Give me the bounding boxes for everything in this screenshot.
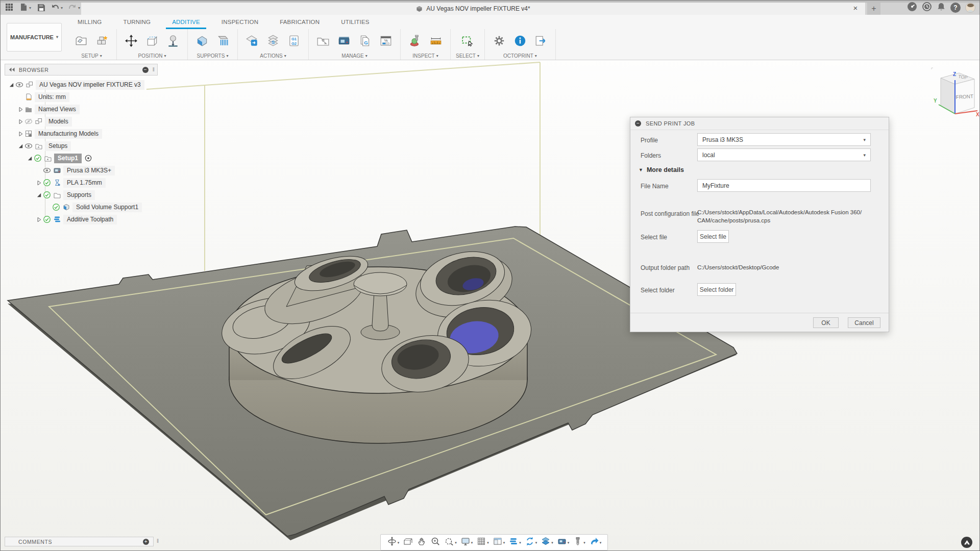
panel-resize-handle[interactable]: ‖ (153, 67, 154, 72)
extensions-button[interactable] (907, 2, 917, 14)
notifications-button[interactable] (937, 2, 946, 14)
tree-item-label[interactable]: Setups (45, 141, 71, 151)
stock-button[interactable]: ▾ (539, 536, 555, 548)
expander-expanded-icon[interactable] (35, 191, 43, 199)
group-label-actions[interactable]: ACTIONS▾ (243, 52, 303, 60)
tree-item-label[interactable]: Prusa i3 MK3S+ (63, 166, 115, 176)
display-settings-button[interactable]: ▾ (459, 536, 475, 548)
browser-row-prusa-i3-mk3s[interactable]: Prusa i3 MK3S+ (5, 164, 158, 177)
tree-item-label[interactable]: Additive Toolpath (63, 215, 117, 224)
browser-row-pla-1-75mm[interactable]: PLA 1.75mm (5, 177, 158, 189)
tree-item-label[interactable]: Manufacturing Models (35, 129, 102, 139)
machine-library-button[interactable] (335, 32, 353, 50)
group-label-inspect[interactable]: INSPECT▾ (406, 52, 445, 60)
expander-collapsed-icon[interactable] (35, 216, 43, 223)
refresh-button[interactable]: ▾ (523, 536, 539, 548)
tab-inspection[interactable]: INSPECTION (211, 15, 269, 29)
generate-button[interactable] (243, 32, 261, 50)
browser-row-supports[interactable]: Supports (5, 189, 158, 201)
expander-collapsed-icon[interactable] (35, 179, 43, 187)
post-process-button[interactable]: G1G2 (285, 32, 303, 50)
expander-expanded-icon[interactable] (8, 81, 15, 89)
app-grid-button[interactable] (5, 3, 14, 14)
export-button[interactable] (532, 32, 550, 50)
browser-row-setup1[interactable]: Setup1 (5, 152, 158, 164)
viewcube-left-face[interactable] (941, 78, 955, 114)
pan-button[interactable] (415, 536, 428, 548)
support-volume-button[interactable] (193, 32, 211, 50)
dialog-header[interactable]: − SEND PRINT JOB (630, 117, 889, 130)
browser-row-manufacturing-models[interactable]: Manufacturing Models (5, 128, 158, 140)
tree-item-label[interactable]: Units: mm (35, 92, 69, 102)
select-file-button[interactable]: Select file (697, 230, 729, 243)
more-details-toggle[interactable]: ▼ More details (639, 166, 684, 173)
simulate-button[interactable]: S (264, 32, 282, 50)
tab-utilities[interactable]: UTILITIES (330, 15, 380, 29)
group-label-octoprint[interactable]: OCTOPRINT▾ (490, 52, 550, 60)
group-label-position[interactable]: POSITION▾ (122, 52, 182, 60)
browser-row-additive-toolpath[interactable]: Additive Toolpath (5, 213, 158, 226)
expander-expanded-icon[interactable] (17, 142, 24, 150)
inspect-probe-button[interactable] (406, 32, 424, 50)
assistant-button[interactable] (961, 537, 972, 548)
window-zoom-button[interactable]: ▾ (443, 536, 458, 548)
redo-button[interactable]: ▾ (68, 3, 80, 14)
select-folder-button[interactable]: Select folder (697, 283, 736, 296)
machine-display-button[interactable]: ▾ (555, 536, 571, 548)
browser-row-units-mm[interactable]: Units: mm (5, 91, 158, 103)
layers-button[interactable]: ▾ (507, 536, 523, 548)
tree-item-label[interactable]: Models (45, 117, 72, 127)
collapse-panel-icon[interactable] (9, 67, 15, 72)
profile-select[interactable]: Prusa i3 MK3S ▾ (697, 133, 871, 146)
info-button[interactable] (511, 32, 529, 50)
window-select-button[interactable] (458, 32, 477, 50)
new-setup-button[interactable] (72, 32, 90, 50)
avatar[interactable] (965, 3, 975, 13)
document-tab[interactable]: AU Vegas NOV impeller FIXTURE v4* × (81, 3, 865, 15)
zoom-button[interactable] (429, 536, 442, 548)
browser-row-solid-volume-support1[interactable]: Solid Volume Support1 (5, 201, 158, 213)
job-status-button[interactable] (922, 2, 932, 14)
look-at-button[interactable] (401, 536, 414, 548)
tab-turning[interactable]: TURNING (112, 15, 161, 29)
tree-item-label[interactable]: Supports (63, 190, 95, 200)
expander-collapsed-icon[interactable] (17, 106, 24, 113)
comments-panel[interactable]: COMMENTS + (5, 537, 154, 546)
arrange-box-button[interactable] (143, 32, 161, 50)
tab-additive[interactable]: ADDITIVE (161, 15, 211, 29)
fastener-button[interactable]: ▾ (571, 536, 587, 548)
group-label-manage[interactable]: MANAGE▾ (314, 52, 395, 60)
tab-milling[interactable]: MILLING (67, 15, 112, 29)
browser-row-named-views[interactable]: Named Views (5, 103, 158, 115)
browser-row-models[interactable]: Models (5, 115, 158, 128)
tool-library-button[interactable] (314, 32, 332, 50)
nc-program-button[interactable]: G (356, 32, 374, 50)
group-label-supports[interactable]: SUPPORTS▾ (193, 52, 232, 60)
browser-row-au-vegas-nov-impeller-fixture-v3[interactable]: AU Vegas NOV impeller FIXTURE v3 (5, 79, 158, 91)
arrangement-button[interactable] (93, 32, 111, 50)
help-button[interactable]: ? (950, 3, 961, 13)
add-comment-button[interactable]: + (143, 539, 149, 545)
viewcube[interactable]: TOP FRONT Z Y X (928, 65, 979, 121)
close-tab-button[interactable]: × (851, 4, 860, 12)
panel-minus-button[interactable]: − (142, 67, 149, 73)
new-tab-button[interactable]: + (867, 3, 880, 15)
cancel-button[interactable]: Cancel (848, 317, 880, 328)
ok-button[interactable]: OK (813, 317, 839, 328)
drop-button[interactable] (164, 32, 182, 50)
undo-button[interactable]: ▾ (51, 3, 63, 14)
browser-row-setups[interactable]: Setups (5, 140, 158, 152)
move-button[interactable] (122, 32, 140, 50)
tab-fabrication[interactable]: FABRICATION (269, 15, 330, 29)
tree-item-label[interactable]: Named Views (35, 105, 80, 114)
orbit-button[interactable]: ▾ (385, 536, 401, 548)
group-label-select[interactable]: SELECT▾ (456, 52, 479, 60)
measure-button[interactable] (427, 32, 445, 50)
tree-item-label[interactable]: Setup1 (54, 154, 82, 163)
gear-button[interactable] (490, 32, 508, 50)
group-label-setup[interactable]: SETUP▾ (72, 52, 111, 60)
target-icon[interactable] (84, 154, 92, 162)
workspace-switcher[interactable]: MANUFACTURE ▾ (7, 23, 62, 52)
tree-item-label[interactable]: AU Vegas NOV impeller FIXTURE v3 (36, 80, 144, 90)
compare-button[interactable]: ▾ (587, 536, 603, 548)
